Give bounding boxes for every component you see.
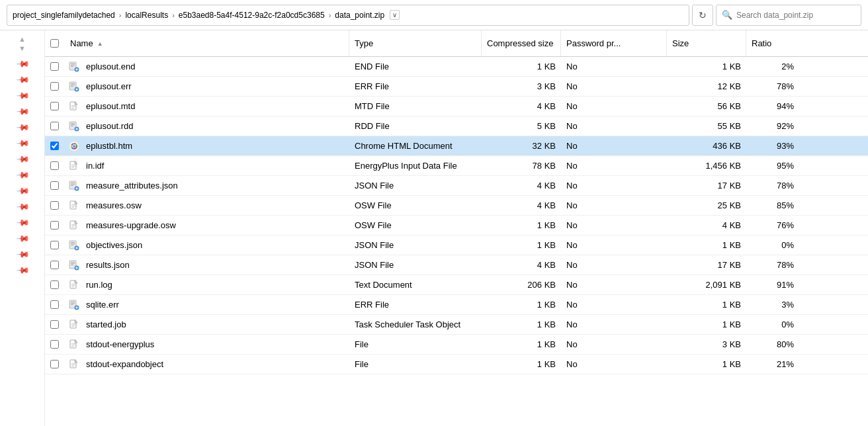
- file-name: results.json: [86, 260, 130, 270]
- file-type-icon: [69, 181, 79, 191]
- svg-rect-8: [71, 86, 73, 87]
- col-header-compressed[interactable]: Compressed size: [482, 30, 561, 56]
- file-password: No: [561, 140, 667, 152]
- pin-icon-12[interactable]: 📌: [13, 230, 31, 248]
- file-name-cell: started.job: [45, 318, 349, 331]
- file-name: run.log: [86, 280, 112, 290]
- file-name: eplusout.end: [86, 62, 135, 71]
- scroll-up-icon[interactable]: ▲: [19, 34, 26, 44]
- pin-icon-6[interactable]: 📌: [13, 135, 31, 153]
- table-row[interactable]: measures-upgrade.osw OSW File 1 KB No 4 …: [45, 216, 868, 235]
- col-header-type[interactable]: Type: [349, 30, 482, 56]
- pin-icon-7[interactable]: 📌: [13, 151, 31, 169]
- file-type: END File: [349, 60, 482, 73]
- breadcrumb[interactable]: project_singlefamilydetached › localResu…: [7, 5, 689, 26]
- col-header-size[interactable]: Size: [667, 30, 746, 56]
- file-ratio: 0%: [746, 239, 799, 251]
- pin-icon-8[interactable]: 📌: [13, 167, 31, 185]
- table-row[interactable]: eplusout.rdd RDD File 5 KB No 55 KB 92%: [45, 116, 868, 136]
- svg-rect-59: [71, 323, 75, 324]
- file-type-icon: [69, 339, 79, 350]
- file-name-cell: eplusout.end: [45, 60, 349, 73]
- col-header-ratio[interactable]: Ratio: [746, 30, 799, 56]
- table-row[interactable]: eplusout.err ERR File 3 KB No 12 KB 78%: [45, 77, 868, 97]
- scroll-down-icon[interactable]: ▼: [19, 44, 26, 53]
- file-size: 17 KB: [667, 179, 746, 192]
- row-checkbox[interactable]: [50, 320, 59, 329]
- pin-icon-3[interactable]: 📌: [13, 87, 31, 105]
- row-checkbox[interactable]: [50, 241, 59, 249]
- pin-icon-9[interactable]: 📌: [13, 183, 31, 200]
- table-row[interactable]: in.idf EnergyPlus Input Data File 78 KB …: [45, 156, 868, 176]
- breadcrumb-sep-2: ›: [172, 11, 175, 19]
- file-size: 12 KB: [667, 80, 746, 93]
- row-checkbox[interactable]: [50, 181, 59, 190]
- row-checkbox[interactable]: [50, 340, 59, 349]
- table-row[interactable]: started.job Task Scheduler Task Object 1…: [45, 315, 868, 335]
- file-type: JSON File: [349, 239, 482, 251]
- col-type-label: Type: [355, 38, 373, 48]
- table-row[interactable]: eplustbl.htm Chrome HTML Document 32 KB …: [45, 136, 868, 156]
- file-password: No: [561, 239, 667, 251]
- pin-icon-4[interactable]: 📌: [13, 103, 31, 121]
- file-name: objectives.json: [86, 240, 142, 250]
- file-password: No: [561, 259, 667, 271]
- row-checkbox[interactable]: [50, 201, 59, 210]
- file-type-icon: [69, 200, 79, 211]
- file-compressed: 1 KB: [482, 219, 561, 232]
- table-row[interactable]: results.json JSON File 4 KB No 17 KB 78%: [45, 255, 868, 275]
- table-row[interactable]: measure_attributes.json JSON File 4 KB N…: [45, 176, 868, 196]
- select-all-checkbox[interactable]: [50, 39, 59, 48]
- svg-rect-36: [71, 224, 75, 225]
- pin-icon-13[interactable]: 📌: [13, 246, 31, 264]
- file-password: No: [561, 120, 667, 132]
- file-name-cell: eplusout.rdd: [45, 120, 349, 133]
- row-checkbox[interactable]: [50, 360, 59, 368]
- svg-rect-45: [71, 262, 75, 263]
- col-header-password[interactable]: Password pr...: [561, 30, 667, 56]
- svg-rect-64: [71, 345, 75, 345]
- table-row[interactable]: stdout-expandobject File 1 KB No 1 KB 21…: [45, 355, 868, 374]
- file-compressed: 4 KB: [482, 100, 561, 112]
- breadcrumb-dropdown[interactable]: ∨: [390, 10, 400, 20]
- pin-icon-11[interactable]: 📌: [13, 214, 31, 232]
- table-row[interactable]: measures.osw OSW File 4 KB No 25 KB 85%: [45, 196, 868, 216]
- svg-rect-27: [71, 183, 75, 183]
- file-name-cell: eplusout.err: [45, 80, 349, 93]
- table-row[interactable]: stdout-energyplus File 1 KB No 3 KB 80%: [45, 335, 868, 355]
- row-checkbox[interactable]: [50, 62, 59, 71]
- pin-icon-14[interactable]: 📌: [13, 262, 31, 280]
- refresh-button[interactable]: ↻: [692, 5, 713, 26]
- row-checkbox[interactable]: [50, 122, 59, 130]
- row-checkbox[interactable]: [50, 221, 59, 230]
- pin-icon-10[interactable]: 📌: [13, 198, 31, 216]
- file-password: No: [561, 298, 667, 311]
- table-row[interactable]: objectives.json JSON File 1 KB No 1 KB 0…: [45, 235, 868, 255]
- row-checkbox[interactable]: [50, 261, 59, 269]
- file-password: No: [561, 199, 667, 212]
- row-checkbox[interactable]: [50, 102, 59, 110]
- svg-rect-55: [71, 303, 75, 304]
- file-password: No: [561, 179, 667, 192]
- pin-icon-5[interactable]: 📌: [13, 119, 31, 137]
- row-checkbox[interactable]: [50, 280, 59, 289]
- table-row[interactable]: run.log Text Document 206 KB No 2,091 KB…: [45, 275, 868, 295]
- row-checkbox[interactable]: [50, 161, 59, 170]
- file-ratio: 91%: [746, 278, 799, 291]
- pin-icon-1[interactable]: 📌: [13, 56, 31, 73]
- table-row[interactable]: sqlite.err ERR File 1 KB No 1 KB 3%: [45, 295, 868, 315]
- col-header-name[interactable]: Name ▲: [45, 30, 349, 56]
- table-row[interactable]: eplusout.end END File 1 KB No 1 KB 2%: [45, 57, 868, 77]
- file-name-cell: run.log: [45, 278, 349, 292]
- file-ratio: 78%: [746, 259, 799, 271]
- search-box[interactable]: 🔍: [716, 5, 861, 26]
- file-type-icon: [69, 220, 79, 231]
- search-input[interactable]: [736, 11, 842, 20]
- row-checkbox[interactable]: [50, 82, 59, 91]
- breadcrumb-part-2: localResults: [125, 11, 168, 20]
- row-checkbox[interactable]: [50, 300, 59, 309]
- file-type-icon: [69, 81, 79, 92]
- row-checkbox[interactable]: [50, 142, 59, 150]
- table-row[interactable]: eplusout.mtd MTD File 4 KB No 56 KB 94%: [45, 97, 868, 116]
- pin-icon-2[interactable]: 📌: [13, 71, 31, 89]
